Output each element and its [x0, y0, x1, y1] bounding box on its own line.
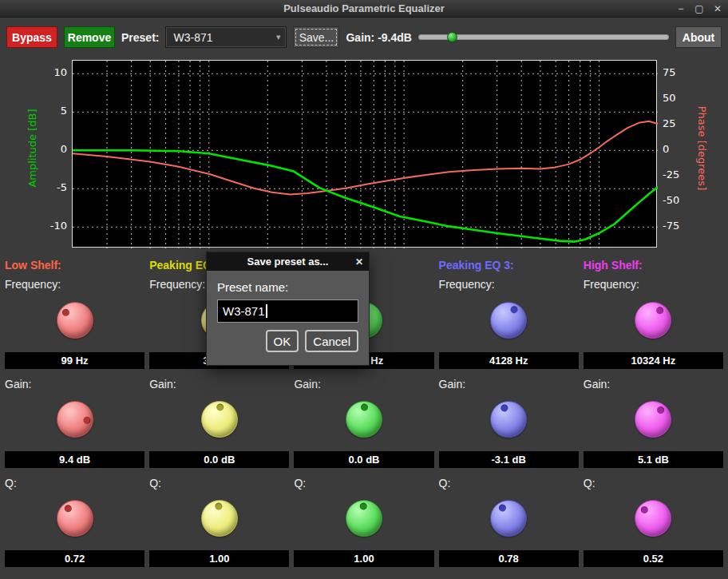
peaking-eq-3-header: Peaking EQ 3: [439, 259, 579, 272]
save-button[interactable]: Save... [293, 26, 339, 48]
peaking-eq-1-q-knob[interactable] [201, 500, 238, 537]
low-shelf-frequency-label: Frequency: [5, 278, 144, 291]
peaking-eq-3-q-knob[interactable] [490, 500, 527, 537]
amplitude-tick--5: -5 [0, 181, 67, 194]
bypass-button[interactable]: Bypass [6, 26, 57, 48]
phase-tick--50: -50 [663, 194, 679, 207]
peaking-eq-3-gain-value: -3.1 dB [439, 451, 579, 468]
high-shelf-gain-knob[interactable] [635, 401, 671, 438]
low-shelf-q-label: Q: [5, 477, 144, 490]
low-shelf-gain-value: 9.4 dB [5, 451, 144, 468]
peaking-eq-1-q-label: Q: [149, 477, 289, 490]
high-shelf-q-indicator [639, 505, 650, 515]
preset-name-input[interactable]: W3-871 [217, 299, 358, 323]
band-high-shelf: High Shelf:Frequency:10324 HzGain:5.1 dB… [584, 259, 723, 567]
high-shelf-q-knob[interactable] [635, 500, 671, 537]
low-shelf-header: Low Shelf: [5, 259, 144, 272]
peaking-eq-3-q-indicator [498, 503, 508, 513]
window-controls: − ▢ ✕ [675, 0, 723, 18]
peaking-eq-1-gain-label: Gain: [149, 378, 289, 391]
window-titlebar: Pulseaudio Parametric Equalizer − ▢ ✕ [0, 0, 728, 18]
peaking-eq-2-q-indicator [359, 502, 366, 510]
low-shelf-gain-knob[interactable] [57, 401, 93, 438]
low-shelf-gain-indicator [83, 416, 91, 424]
chevron-down-icon: ▾ [276, 32, 281, 42]
close-icon[interactable]: ✕ [712, 3, 723, 14]
peaking-eq-2-gain-label: Gain: [294, 378, 433, 391]
maximize-icon[interactable]: ▢ [694, 3, 705, 14]
peaking-eq-1-gain-value: 0.0 dB [149, 451, 289, 468]
remove-button[interactable]: Remove [64, 26, 115, 48]
peaking-eq-2-gain-knob[interactable] [346, 401, 382, 438]
dialog-buttons: OK Cancel [217, 330, 358, 352]
peaking-eq-2-q-label: Q: [294, 477, 433, 490]
peaking-eq-2-gain-value: 0.0 dB [294, 451, 433, 468]
high-shelf-gain-value: 5.1 dB [584, 451, 723, 468]
dialog-titlebar: Save preset as... ✕ [207, 252, 369, 271]
amplitude-tick-0: 0 [0, 143, 67, 156]
plot-area [72, 60, 657, 248]
preset-name-label: Preset name: [217, 280, 358, 294]
plot-canvas [73, 61, 658, 248]
high-shelf-frequency-indicator [655, 305, 666, 315]
low-shelf-q-indicator [63, 503, 73, 514]
dialog-body: Preset name: W3-871 OK Cancel [207, 271, 369, 352]
high-shelf-frequency-label: Frequency: [584, 278, 723, 291]
peaking-eq-3-q-value: 0.78 [439, 550, 579, 567]
preset-name-value: W3-871 [223, 304, 265, 318]
peaking-eq-1-q-indicator [215, 502, 223, 510]
high-shelf-header: High Shelf: [584, 259, 723, 272]
low-shelf-gain-label: Gain: [5, 378, 144, 391]
slider-handle[interactable] [447, 32, 457, 42]
save-preset-dialog: Save preset as... ✕ Preset name: W3-871 … [206, 252, 370, 366]
about-button[interactable]: About [675, 26, 722, 48]
high-shelf-q-value: 0.52 [584, 550, 723, 567]
phase-tick-25: 25 [663, 117, 676, 130]
phase_deg-curve [73, 121, 658, 195]
master-gain-slider[interactable] [418, 26, 669, 48]
phase-tick-75: 75 [663, 66, 676, 79]
low-shelf-frequency-indicator [61, 307, 71, 318]
peaking-eq-2-q-value: 1.00 [294, 550, 433, 567]
peaking-eq-1-gain-knob[interactable] [201, 401, 238, 438]
peaking-eq-3-gain-label: Gain: [439, 378, 579, 391]
amplitude-tick--10: -10 [0, 220, 67, 232]
high-shelf-frequency-knob[interactable] [635, 302, 671, 339]
minimize-icon[interactable]: − [675, 3, 686, 14]
dialog-title: Save preset as... [247, 256, 329, 268]
master-gain-label: Gain: -9.4dB [346, 31, 411, 44]
band-low-shelf: Low Shelf:Frequency:99 HzGain:9.4 dBQ:0.… [5, 259, 144, 567]
dialog-close-icon[interactable]: ✕ [355, 252, 363, 271]
phase-axis-title: Phase [degrees] [696, 93, 708, 204]
low-shelf-frequency-knob[interactable] [57, 302, 93, 339]
preset-dropdown-value: W3-871 [173, 31, 212, 44]
peaking-eq-3-frequency-indicator [509, 305, 519, 315]
peaking-eq-3-gain-knob[interactable] [490, 401, 527, 438]
phase-tick-50: 50 [663, 92, 676, 105]
high-shelf-frequency-value: 10324 Hz [584, 352, 723, 369]
peaking-eq-3-gain-indicator [500, 403, 509, 413]
ok-button[interactable]: OK [266, 330, 299, 352]
preset-dropdown[interactable]: W3-871 ▾ [165, 26, 287, 48]
high-shelf-q-label: Q: [584, 477, 723, 490]
peaking-eq-1-q-value: 1.00 [149, 550, 289, 567]
phase-tick--25: -25 [663, 169, 679, 181]
high-shelf-gain-indicator [656, 405, 667, 415]
amplitude-tick-5: 5 [0, 105, 67, 117]
preset-label: Preset: [121, 31, 159, 44]
peaking-eq-3-q-label: Q: [439, 477, 579, 490]
toolbar: Bypass Remove Preset: W3-871 ▾ Save... G… [0, 25, 728, 50]
low-shelf-q-knob[interactable] [57, 500, 93, 537]
bode-plot: Amplitude [dB] Phase [degrees] 1050-5-10… [0, 53, 728, 257]
cancel-button[interactable]: Cancel [305, 330, 358, 352]
peaking-eq-2-q-knob[interactable] [346, 500, 382, 537]
low-shelf-q-value: 0.72 [5, 550, 144, 567]
peaking-eq-1-gain-indicator [216, 403, 224, 410]
window-title: Pulseaudio Parametric Equalizer [283, 2, 445, 14]
phase-tick-0: 0 [663, 143, 669, 156]
peaking-eq-3-frequency-knob[interactable] [490, 302, 527, 339]
high-shelf-gain-label: Gain: [584, 378, 723, 391]
low-shelf-frequency-value: 99 Hz [5, 352, 144, 369]
amplitude-tick-10: 10 [0, 66, 67, 79]
peaking-eq-3-frequency-value: 4128 Hz [439, 352, 579, 369]
